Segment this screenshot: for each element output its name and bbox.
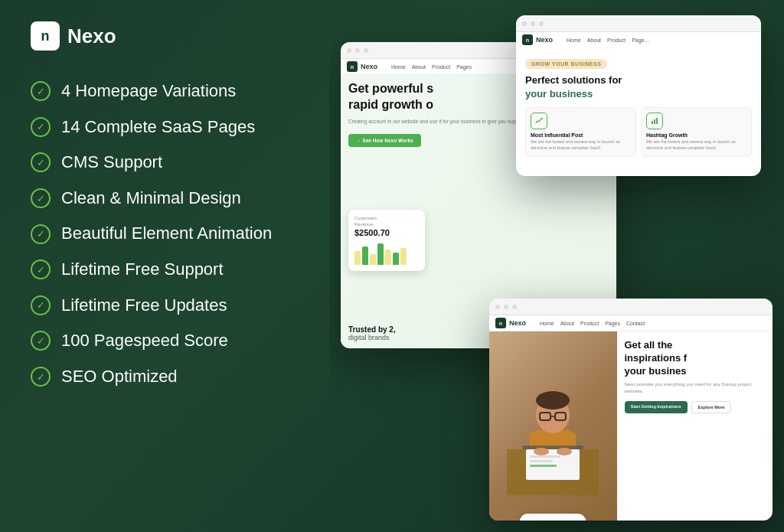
stats-customer-label: Customers <box>354 216 419 220</box>
browser-nav: n Nexo Home About Product Page... <box>516 32 761 47</box>
feature-item: ✓ 14 Complete SaaS Pages <box>31 111 299 144</box>
trusted-section: Trusted by 2, digital brands <box>348 325 396 341</box>
check-icon: ✓ <box>31 224 51 244</box>
nav-link: Pages <box>456 64 472 70</box>
mini-feature-title-post: Most Influential Post <box>531 132 631 138</box>
nav-link-about: About <box>587 38 601 43</box>
svg-point-9 <box>536 391 570 410</box>
nav-logo-text-bottom: Nexo <box>509 319 526 327</box>
inspirations-headline: Get all the inspirations f your busines <box>625 339 766 378</box>
nav-link-home: Home <box>567 38 581 43</box>
nav-link: Product <box>580 321 599 326</box>
svg-rect-1 <box>652 121 653 124</box>
nav-logo-box: n <box>522 34 533 45</box>
feature-item: ✓ Lifetime Free Updates <box>31 289 299 322</box>
browser-dot <box>504 305 508 309</box>
nav-logo: n Nexo <box>522 34 553 45</box>
bar-chart-icon <box>646 113 663 129</box>
stats-revenue-label: Revenue <box>354 222 419 227</box>
svg-rect-2 <box>654 119 655 124</box>
feature-label: CMS Support <box>61 152 162 174</box>
mini-feature-desc-post: We are the fastest and easiest way to la… <box>531 139 631 151</box>
feature-cards-row: Most Influential Post We are the fastest… <box>525 107 752 156</box>
logo-area: n Nexo <box>31 21 299 51</box>
badge-grow: GROW YOUR BUSINESS <box>525 59 607 69</box>
cta-button[interactable]: → See How Nexo Works <box>348 134 421 147</box>
nav-links-bottom: Home About Product Pages Contact <box>540 321 645 326</box>
svg-rect-16 <box>530 460 553 462</box>
feature-item: ✓ SEO Optimized <box>31 361 299 393</box>
browser-dot <box>495 305 500 309</box>
check-icon: ✓ <box>31 152 51 172</box>
logo-letter: n <box>41 28 50 44</box>
explore-more-button[interactable]: Explore More <box>691 401 732 413</box>
feature-item: ✓ Beautiful Element Animation <box>31 217 299 250</box>
mini-feature-desc-hashtag: We are the fastest and easiest way to la… <box>646 139 746 151</box>
watch-video-label: Watch Video • 3:21 <box>541 520 580 521</box>
logo-icon: n <box>31 21 60 51</box>
main-container: n Nexo ✓ 4 Homepage Variations ✓ 14 Comp… <box>0 0 784 532</box>
browser-dot-red <box>522 21 527 26</box>
nav-link: Home <box>540 321 554 326</box>
check-icon: ✓ <box>31 259 51 279</box>
feature-label: Clean & Minimal Design <box>61 188 241 210</box>
feature-label: 100 Pagespeed Score <box>61 330 228 352</box>
browser-bar-bottom <box>489 299 773 315</box>
feature-item: ✓ 100 Pagespeed Score <box>31 325 299 357</box>
feature-label: Lifetime Free Support <box>61 259 224 281</box>
nav-logo-text: Nexo <box>536 36 553 44</box>
check-icon: ✓ <box>31 188 51 208</box>
nav-logo-box-main: n <box>347 61 358 72</box>
nav-link: About <box>560 321 574 326</box>
trusted-sub: digital brands <box>348 334 396 341</box>
card-headline-solutions: Perfect solutions for your business <box>525 73 752 101</box>
right-panel: n Nexo Home About Product Page... GROW Y… <box>329 0 784 532</box>
check-icon: ✓ <box>31 295 51 315</box>
watch-video-badge[interactable]: ▶ Watch Video • 3:21 <box>520 514 586 521</box>
feature-label: 14 Complete SaaS Pages <box>61 116 255 139</box>
nav-link: About <box>412 64 426 70</box>
svg-rect-13 <box>522 446 583 449</box>
check-icon: ✓ <box>31 81 51 101</box>
left-panel: n Nexo ✓ 4 Homepage Variations ✓ 14 Comp… <box>0 0 329 532</box>
stats-value: $2500.70 <box>354 228 419 237</box>
stats-bar <box>354 242 419 265</box>
check-icon: ✓ <box>31 367 51 387</box>
card-inspirations: n Nexo Home About Product Pages Contact <box>489 299 773 521</box>
browser-dot-yellow <box>531 21 535 26</box>
stats-overlay: Customers Revenue $2500.70 <box>348 210 425 271</box>
svg-point-19 <box>557 448 572 455</box>
nav-logo-bottom: n Nexo <box>495 318 526 328</box>
nav-links: Home About Product Page... <box>567 38 648 43</box>
card-perfect-solutions-content: GROW YOUR BUSINESS Perfect solutions for… <box>516 47 761 165</box>
nav-link-pages: Page... <box>632 38 648 43</box>
feature-item: ✓ 4 Homepage Variations <box>31 75 299 108</box>
bottom-card-layout: ▶ Watch Video • 3:21 Get all the inspira… <box>489 331 773 521</box>
check-icon: ✓ <box>31 331 51 351</box>
feature-item: ✓ CMS Support <box>31 146 299 179</box>
browser-dot <box>347 48 351 53</box>
feature-item: ✓ Lifetime Free Support <box>31 253 299 286</box>
nav-link: Pages <box>605 321 620 326</box>
buttons-row: Start Getting Inspirations Explore More <box>625 401 766 413</box>
chart-icon <box>531 113 547 129</box>
browser-nav-bottom: n Nexo Home About Product Pages Contact <box>489 315 773 331</box>
feature-label: SEO Optimized <box>61 366 178 388</box>
start-inspirations-button[interactable]: Start Getting Inspirations <box>625 401 688 413</box>
play-icon: ▶ <box>526 516 538 521</box>
nav-link: Home <box>391 64 406 70</box>
svg-rect-17 <box>530 465 557 467</box>
feature-label: 4 Homepage Variations <box>61 80 236 103</box>
person-image <box>489 331 617 521</box>
nav-link-product: Product <box>607 38 626 43</box>
nav-links-main: Home About Product Pages <box>391 64 472 70</box>
svg-point-0 <box>541 118 543 119</box>
feature-label: Beautiful Element Animation <box>61 223 272 245</box>
feature-item: ✓ Clean & Minimal Design <box>31 182 299 215</box>
features-list: ✓ 4 Homepage Variations ✓ 14 Complete Sa… <box>31 75 299 393</box>
bottom-card-image-area: ▶ Watch Video • 3:21 <box>489 331 617 521</box>
card-perfect-solutions: n Nexo Home About Product Page... GROW Y… <box>516 15 761 176</box>
bottom-card-text-area: Get all the inspirations f your busines … <box>617 331 773 521</box>
brand-name: Nexo <box>67 24 116 48</box>
trusted-text: Trusted by 2, <box>348 325 396 334</box>
